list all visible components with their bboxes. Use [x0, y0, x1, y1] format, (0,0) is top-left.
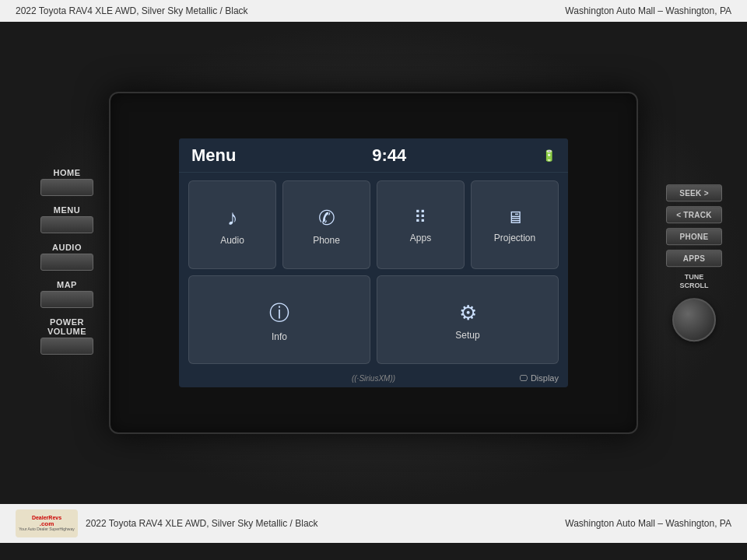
screen-time: 9:44 [372, 145, 406, 166]
apps-grid-icon: ⠿ [414, 208, 427, 228]
top-info-bar: 2022 Toyota RAV4 XLE AWD, Silver Sky Met… [0, 0, 747, 22]
menu-grid: ♪ Audio ✆ Phone ⠿ Apps 🖥 [179, 173, 568, 372]
audio-note-icon: ♪ [227, 205, 238, 230]
menu-control-group: MENU [40, 205, 93, 233]
projection-tile[interactable]: 🖥 Projection [471, 180, 559, 269]
projection-icon: 🖥 [507, 208, 524, 228]
bottom-dealer-info: Washington Auto Mall – Washington, PA [565, 518, 731, 529]
phone-button[interactable]: PHONE [666, 228, 722, 245]
info-tile[interactable]: ⓘ Info [188, 275, 370, 364]
infotainment-screen: Menu 9:44 🔋 ♪ Audio ✆ Phone [179, 138, 568, 387]
screen-header: Menu 9:44 🔋 [179, 138, 568, 173]
dealer-location: Washington, PA [665, 518, 731, 529]
dealer-separator: – [658, 518, 665, 529]
phone-tile-label: Phone [313, 235, 340, 246]
home-button[interactable] [40, 179, 93, 196]
display-button[interactable]: 🖵 Display [519, 373, 559, 383]
power-volume-button[interactable] [40, 338, 93, 355]
left-controls: HOME MENU AUDIO MAP POWER VOLUME [40, 168, 93, 358]
menu-label: MENU [54, 205, 80, 215]
setup-gear-icon: ⚙ [459, 301, 477, 325]
top-dealer-info: Washington Auto Mall – Washington, PA [565, 5, 731, 16]
audio-tile-label: Audio [220, 235, 244, 246]
head-unit: HOME MENU AUDIO MAP POWER VOLUME [109, 92, 638, 434]
screen-menu-title: Menu [191, 145, 236, 166]
bottom-left: DealerRevs .com Your Auto Dealer SuperHi… [16, 509, 318, 537]
phone-tile[interactable]: ✆ Phone [282, 180, 370, 269]
home-control-group: HOME [40, 168, 93, 196]
setup-tile[interactable]: ⚙ Setup [377, 275, 559, 364]
map-button[interactable] [40, 291, 93, 308]
audio-label: AUDIO [52, 243, 82, 252]
audio-tile[interactable]: ♪ Audio [188, 180, 276, 269]
car-interior: HOME MENU AUDIO MAP POWER VOLUME [0, 22, 747, 504]
map-label: MAP [57, 280, 77, 289]
audio-control-group: AUDIO [40, 243, 93, 271]
apps-button[interactable]: APPS [666, 250, 722, 267]
menu-button[interactable] [40, 216, 93, 233]
display-screen-icon: 🖵 [519, 373, 528, 383]
track-back-button[interactable]: < TRACK [666, 206, 722, 223]
battery-icon: 🔋 [542, 149, 556, 162]
screen-footer: 🖵 Display [519, 373, 559, 383]
map-control-group: MAP [40, 280, 93, 308]
tune-scroll-knob[interactable] [672, 298, 716, 341]
photo-area: HOME MENU AUDIO MAP POWER VOLUME [0, 22, 747, 504]
dealer-logo: DealerRevs .com Your Auto Dealer SuperHi… [16, 509, 78, 537]
display-label: Display [531, 373, 559, 383]
seek-forward-button[interactable]: SEEK > [666, 184, 722, 201]
screen-status-icons: 🔋 [542, 149, 556, 162]
setup-tile-label: Setup [455, 330, 479, 341]
top-car-info: 2022 Toyota RAV4 XLE AWD, Silver Sky Met… [16, 5, 248, 16]
info-circle-icon: ⓘ [269, 299, 289, 327]
projection-tile-label: Projection [494, 233, 535, 243]
phone-icon: ✆ [318, 206, 335, 230]
dealer-name: Washington Auto Mall [565, 518, 655, 529]
audio-button[interactable] [40, 254, 93, 271]
siriusxm-label: ((·SiriusXM)) [352, 374, 395, 383]
home-label: HOME [54, 168, 81, 177]
right-controls: SEEK > < TRACK PHONE APPS TUNESCROLL [666, 184, 722, 341]
apps-tile-label: Apps [410, 233, 431, 243]
bottom-car-info: 2022 Toyota RAV4 XLE AWD, Silver Sky Met… [86, 518, 318, 529]
bottom-bar: DealerRevs .com Your Auto Dealer SuperHi… [0, 504, 747, 543]
tune-scroll-label: TUNESCROLL [680, 273, 709, 290]
power-volume-control-group: POWER VOLUME [40, 317, 93, 355]
power-volume-label: POWER VOLUME [47, 317, 86, 336]
apps-tile[interactable]: ⠿ Apps [377, 180, 465, 269]
info-tile-label: Info [272, 331, 287, 342]
